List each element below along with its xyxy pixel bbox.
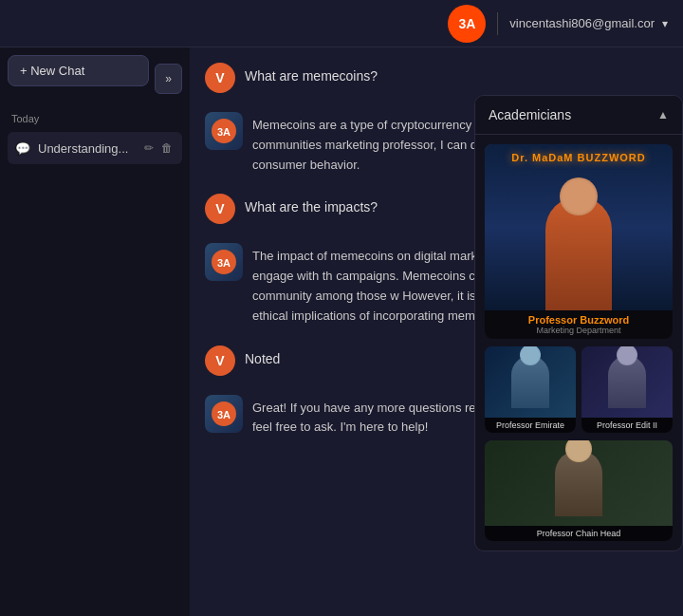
ai-avatar: 3A [205, 243, 243, 281]
ai-avatar: 3A [205, 112, 243, 150]
new-chat-row: + New Chat » [8, 55, 182, 102]
panel-content: Dr. MaDaM BUZZWORD Professor Buzzword Ma… [475, 135, 682, 551]
chat-item-actions: ✏ 🗑 [142, 140, 175, 157]
app-header: 3A vincentashi806@gmail.cor ▾ [0, 0, 683, 47]
user-message-text: What are the impacts? [245, 194, 378, 215]
small-professor-card-1[interactable]: Professor Emirate [485, 346, 576, 433]
sidebar: + New Chat » Today 💬 Understanding... ✏ … [0, 47, 190, 616]
new-chat-button[interactable]: + New Chat [8, 55, 149, 86]
small-figure-2 [608, 356, 646, 408]
chat-item-label: Understanding... [38, 141, 135, 156]
panel-collapse-icon[interactable]: ▲ [657, 108, 669, 121]
small-card-1-image [485, 346, 576, 418]
ai-avatar: 3A [205, 395, 243, 433]
sidebar-chat-item[interactable]: 💬 Understanding... ✏ 🗑 [8, 132, 182, 164]
ai-logo-icon: 3A [211, 118, 237, 144]
user-message-text: What are memecoins? [245, 63, 378, 84]
card-title-overlay: Dr. MaDaM BUZZWORD [485, 152, 673, 163]
collapse-sidebar-button[interactable]: » [155, 64, 182, 94]
svg-text:3A: 3A [217, 409, 231, 420]
header-logo: 3A [448, 5, 486, 43]
delete-chat-icon[interactable]: 🗑 [159, 140, 175, 157]
chat-icon: 💬 [15, 141, 30, 156]
card-department: Marketing Department [492, 326, 665, 335]
small-card-2-label: Professor Edit II [581, 418, 673, 433]
main-card-image: Dr. MaDaM BUZZWORD [485, 144, 673, 310]
header-divider [497, 12, 498, 35]
user-avatar: V [205, 194, 235, 224]
medium-card-image [485, 440, 673, 526]
panel-title: Academicians [489, 107, 571, 122]
academicians-panel: Academicians ▲ Dr. MaDaM BUZZWORD Profes… [474, 95, 683, 551]
edit-chat-icon[interactable]: ✏ [142, 140, 156, 157]
small-cards-row: Professor Emirate Professor Edit II [485, 346, 673, 433]
user-avatar: V [205, 63, 235, 93]
small-card-1-name: Professor Emirate [489, 420, 571, 430]
user-message: V What are memecoins? [205, 63, 668, 93]
main-professor-card[interactable]: Dr. MaDaM BUZZWORD Professor Buzzword Ma… [485, 144, 673, 339]
user-avatar: V [205, 345, 235, 376]
small-figure-1 [511, 356, 549, 408]
user-email: vincentashi806@gmail.cor [509, 16, 655, 30]
user-message-text: Noted [245, 345, 280, 366]
medium-card-name: Professor Chain Head [489, 529, 668, 538]
account-chevron-icon[interactable]: ▾ [662, 17, 668, 30]
medium-card-label: Professor Chain Head [485, 526, 673, 541]
svg-text:3A: 3A [217, 126, 231, 138]
small-card-2-image [581, 346, 673, 418]
main-layout: + New Chat » Today 💬 Understanding... ✏ … [0, 47, 683, 616]
ai-logo-icon: 3A [211, 401, 237, 427]
medium-figure [555, 450, 602, 516]
sidebar-today-label: Today [8, 113, 182, 124]
card-big-title: Dr. MaDaM BUZZWORD [485, 152, 673, 163]
professor-silhouette [545, 196, 612, 310]
small-professor-card-2[interactable]: Professor Edit II [581, 346, 673, 433]
card-label-bar: Professor Buzzword Marketing Department [485, 310, 673, 339]
ai-logo-icon: 3A [211, 249, 237, 275]
panel-header: Academicians ▲ [475, 96, 682, 135]
small-card-2-name: Professor Edit II [586, 420, 668, 430]
card-professor-name: Professor Buzzword [492, 314, 665, 326]
medium-professor-card[interactable]: Professor Chain Head [485, 440, 673, 541]
svg-text:3A: 3A [217, 257, 231, 269]
small-card-1-label: Professor Emirate [485, 418, 576, 433]
chat-content: V What are memecoins? 3A Memecoins are a… [190, 47, 683, 616]
